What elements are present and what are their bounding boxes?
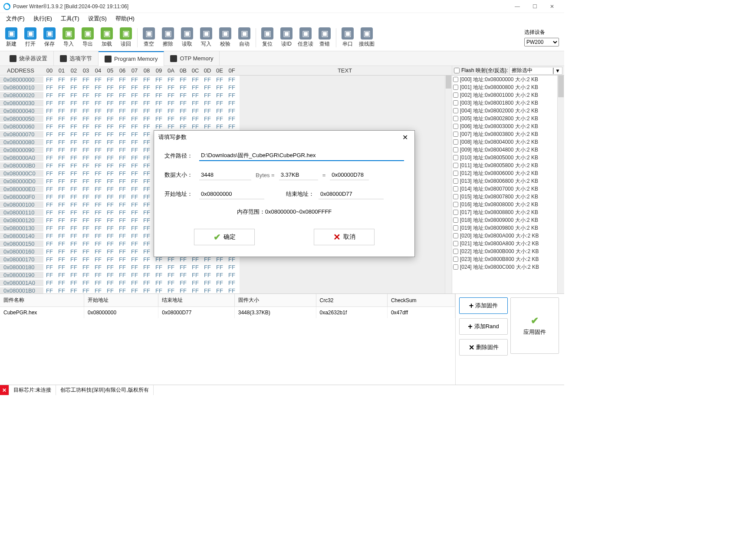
size-kb-input[interactable] xyxy=(279,170,318,180)
start-addr-input[interactable] xyxy=(199,189,264,199)
x-icon: ✕ xyxy=(333,232,341,242)
bytes-eq-label: Bytes = xyxy=(256,172,275,178)
path-label: 文件路径： xyxy=(164,152,195,160)
size-bytes-input[interactable] xyxy=(199,170,251,180)
end-addr-input[interactable] xyxy=(319,189,384,199)
size-label: 数据大小： xyxy=(164,171,195,179)
dialog-close-button[interactable]: ✕ xyxy=(400,133,410,142)
eq-label: = xyxy=(322,172,326,178)
params-dialog: 请填写参数 ✕ 文件路径： 数据大小： Bytes = = 开始地址： 结束地址… xyxy=(154,130,415,257)
dialog-title: 请填写参数 xyxy=(158,133,187,141)
path-input[interactable] xyxy=(199,151,404,161)
check-icon: ✔ xyxy=(214,232,221,242)
start-label: 开始地址： xyxy=(164,190,195,198)
mem-range-label: 内存范围：0x08000000~0x0800FFFF xyxy=(164,208,404,216)
dialog-titlebar: 请填写参数 ✕ xyxy=(154,131,414,144)
dialog-overlay: 请填写参数 ✕ 文件路径： 数据大小： Bytes = = 开始地址： 结束地址… xyxy=(0,0,564,399)
size-hex-input[interactable] xyxy=(330,170,369,180)
cancel-button[interactable]: ✕取消 xyxy=(314,229,375,245)
ok-button[interactable]: ✔确定 xyxy=(194,229,255,245)
end-label: 结束地址： xyxy=(286,190,314,198)
